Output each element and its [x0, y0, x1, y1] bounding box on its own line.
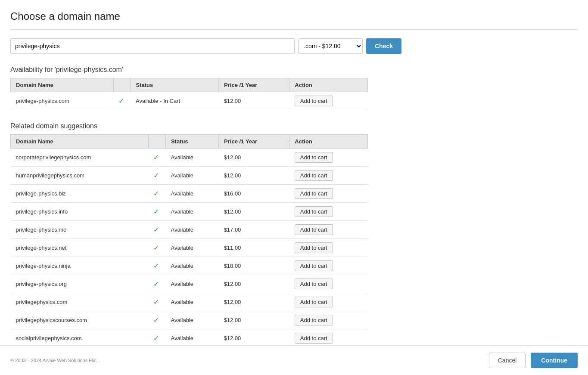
status-cell: Available	[165, 167, 218, 185]
price-cell: $17.00	[219, 221, 289, 239]
action-cell: Add to cart	[289, 275, 368, 293]
check-icon: ✓	[153, 208, 159, 215]
price-cell: $11.00	[219, 239, 289, 257]
availability-section: Availability for 'privilege-physics.com'…	[10, 66, 578, 110]
check-icon: ✓	[153, 244, 159, 251]
add-to-cart-button[interactable]: Add to cart	[295, 96, 333, 106]
availability-title: Availability for 'privilege-physics.com'	[10, 66, 578, 74]
sug-col-price: Price /1 Year	[219, 135, 289, 149]
check-icon-cell: ✓	[148, 257, 165, 275]
avail-col-action: Action	[289, 78, 368, 92]
price-cell: $12.00	[219, 149, 289, 167]
table-row: privilege-physics.com ✓ Available - In C…	[11, 92, 368, 110]
domain-name-cell: humanprivilegephysics.com	[11, 167, 149, 185]
check-icon: ✓	[153, 280, 159, 288]
check-icon-cell: ✓	[148, 293, 165, 311]
status-cell: Available	[165, 203, 218, 221]
table-row: humanprivilegephysics.com ✓ Available $1…	[11, 167, 368, 185]
page-container: Choose a domain name .com - $12.00 Check…	[0, 0, 588, 347]
check-icon: ✓	[153, 226, 159, 233]
action-cell: Add to cart	[289, 203, 368, 221]
action-cell: Add to cart	[289, 167, 368, 185]
price-cell: $12.00	[219, 293, 289, 311]
domain-name-cell: privilege-physics.com	[11, 92, 114, 110]
tld-select[interactable]: .com - $12.00	[298, 38, 363, 54]
cancel-button[interactable]: Cancel	[489, 353, 526, 368]
footer-row: © 2003 – 2024 Arvixe Web Solutions Flic.…	[0, 345, 588, 375]
domain-input[interactable]	[10, 38, 295, 54]
status-cell: Available	[165, 221, 218, 239]
status-cell: Available	[165, 239, 218, 257]
title-divider	[10, 29, 578, 30]
check-icon: ✓	[153, 316, 159, 324]
price-cell: $12.00	[219, 275, 289, 293]
price-cell: $12.00	[219, 167, 289, 185]
action-cell: Add to cart	[289, 293, 368, 311]
copyright-text: © 2003 – 2024 Arvixe Web Solutions Flic.…	[10, 358, 100, 363]
status-cell: Available	[165, 293, 218, 311]
add-to-cart-button[interactable]: Add to cart	[295, 152, 333, 163]
sug-col-check	[148, 135, 165, 149]
check-icon: ✓	[153, 154, 159, 161]
sug-col-action: Action	[289, 135, 368, 149]
suggestions-title: Related domain suggestions	[10, 122, 578, 130]
table-row: privilege-physics.info ✓ Available $12.0…	[11, 203, 368, 221]
check-icon: ✓	[118, 97, 124, 105]
add-to-cart-button[interactable]: Add to cart	[295, 315, 333, 325]
add-to-cart-button[interactable]: Add to cart	[295, 297, 333, 307]
action-cell: Add to cart	[289, 185, 368, 203]
check-icon: ✓	[153, 262, 159, 270]
price-cell: $18.00	[219, 257, 289, 275]
table-row: privilegephysics.com ✓ Available $12.00 …	[11, 293, 368, 311]
sug-col-status: Status	[165, 135, 218, 149]
check-icon-cell: ✓	[148, 185, 165, 203]
continue-button[interactable]: Continue	[531, 353, 578, 368]
table-row: socialprivilegephysics.com ✓ Available $…	[11, 329, 368, 347]
domain-name-cell: privilegephysics.com	[11, 293, 149, 311]
suggestions-table: Domain Name Status Price /1 Year Action …	[10, 134, 368, 347]
action-cell: Add to cart	[289, 221, 368, 239]
status-cell: Available	[165, 311, 218, 329]
status-cell: Available	[165, 275, 218, 293]
domain-name-cell: privilege-physics.me	[11, 221, 149, 239]
add-to-cart-button[interactable]: Add to cart	[295, 242, 333, 253]
check-icon: ✓	[153, 335, 159, 342]
page-title: Choose a domain name	[10, 10, 578, 22]
check-icon-cell: ✓	[148, 311, 165, 329]
check-icon-cell: ✓	[113, 92, 131, 110]
status-cell: Available	[165, 329, 218, 347]
check-icon: ✓	[153, 298, 159, 306]
domain-name-cell: privilege-physics.ninja	[11, 257, 149, 275]
sug-col-domain: Domain Name	[11, 135, 149, 149]
table-row: privilege-physics.me ✓ Available $17.00 …	[11, 221, 368, 239]
availability-header-row: Domain Name Status Price /1 Year Action	[11, 78, 368, 92]
check-icon: ✓	[153, 172, 159, 179]
add-to-cart-button[interactable]: Add to cart	[295, 170, 333, 181]
add-to-cart-button[interactable]: Add to cart	[295, 206, 333, 217]
check-icon-cell: ✓	[148, 221, 165, 239]
check-icon-cell: ✓	[148, 275, 165, 293]
table-row: privilege-physics.org ✓ Available $12.00…	[11, 275, 368, 293]
price-cell: $12.00	[219, 203, 289, 221]
avail-col-status: Status	[131, 78, 219, 92]
action-cell: Add to cart	[289, 92, 368, 110]
add-to-cart-button[interactable]: Add to cart	[295, 188, 333, 199]
action-cell: Add to cart	[289, 329, 368, 347]
check-icon-cell: ✓	[148, 149, 165, 167]
check-icon-cell: ✓	[148, 167, 165, 185]
suggestions-header-row: Domain Name Status Price /1 Year Action	[11, 135, 368, 149]
domain-name-cell: privilege-physics.net	[11, 239, 149, 257]
action-cell: Add to cart	[289, 149, 368, 167]
domain-name-cell: privilege-physics.org	[11, 275, 149, 293]
status-cell: Available - In Cart	[131, 92, 219, 110]
check-button[interactable]: Check	[366, 38, 401, 54]
add-to-cart-button[interactable]: Add to cart	[295, 224, 333, 235]
table-row: privilege-physics.net ✓ Available $11.00…	[11, 239, 368, 257]
domain-name-cell: privilege-physics.biz	[11, 185, 149, 203]
add-to-cart-button[interactable]: Add to cart	[295, 279, 333, 289]
add-to-cart-button[interactable]: Add to cart	[295, 333, 333, 344]
search-row: .com - $12.00 Check	[10, 38, 578, 54]
add-to-cart-button[interactable]: Add to cart	[295, 260, 333, 271]
domain-name-cell: privilege-physics.info	[11, 203, 149, 221]
table-row: corporateprivilegephysics.com ✓ Availabl…	[11, 149, 368, 167]
